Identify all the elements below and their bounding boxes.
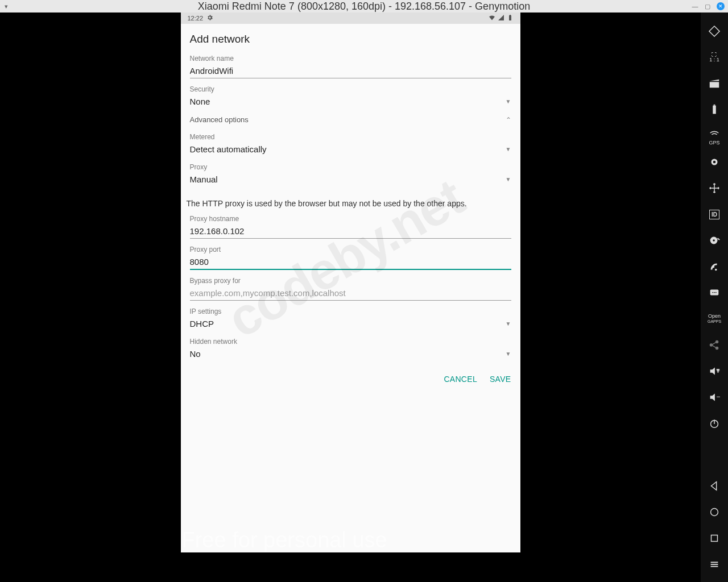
ip-settings-select[interactable]: DHCP ▼ <box>190 315 511 331</box>
proxy-select[interactable]: Manual ▼ <box>190 171 511 186</box>
camera-icon[interactable] <box>701 149 728 175</box>
scale-button[interactable]: ⛶1 : 1 <box>701 44 728 70</box>
security-value: None <box>190 97 210 106</box>
chevron-up-icon: ⌃ <box>506 116 511 124</box>
svg-point-4 <box>713 161 716 164</box>
move-icon[interactable] <box>701 175 728 201</box>
nav-home-icon[interactable] <box>701 499 728 525</box>
hidden-network-label: Hidden network <box>190 338 511 346</box>
svg-point-10 <box>715 292 717 293</box>
svg-point-17 <box>711 509 718 516</box>
ip-settings-value: DHCP <box>190 319 214 329</box>
status-bar: 12:22 <box>181 13 520 24</box>
proxy-info-text: The HTTP proxy is used by the browser bu… <box>187 199 511 208</box>
proxy-label: Proxy <box>190 163 511 171</box>
svg-rect-1 <box>713 106 716 114</box>
hidden-network-value: No <box>190 349 201 359</box>
page-title: Add network <box>190 30 511 48</box>
titlebar-menu-dropdown[interactable]: ▾ <box>5 3 8 10</box>
volume-down-icon[interactable]: − <box>701 384 728 410</box>
status-time: 12:22 <box>188 15 204 22</box>
nav-menu-icon[interactable] <box>701 551 728 577</box>
rotate-icon[interactable] <box>701 18 728 44</box>
volume-up-icon[interactable]: + <box>701 358 728 384</box>
svg-point-12 <box>716 340 718 343</box>
bypass-input[interactable] <box>190 285 511 301</box>
svg-rect-2 <box>714 105 715 106</box>
settings-icon <box>206 14 213 22</box>
nav-recent-icon[interactable] <box>701 525 728 551</box>
battery-tool-icon[interactable] <box>701 97 728 123</box>
hidden-network-select[interactable]: No ▼ <box>190 346 511 361</box>
network-icon[interactable] <box>701 253 728 280</box>
save-button[interactable]: SAVE <box>490 375 511 384</box>
clapper-icon[interactable] <box>701 70 728 97</box>
proxy-value: Manual <box>190 174 218 184</box>
svg-text:+: + <box>717 368 720 374</box>
signal-icon <box>498 14 504 22</box>
svg-point-13 <box>716 347 718 349</box>
bypass-label: Bypass proxy for <box>190 277 511 285</box>
cancel-button[interactable]: CANCEL <box>444 375 477 384</box>
svg-rect-20 <box>711 564 718 565</box>
disk-icon[interactable] <box>701 227 728 253</box>
security-label: Security <box>190 85 511 93</box>
advanced-options-toggle[interactable]: Advanced options ⌃ <box>190 109 511 126</box>
proxy-host-input[interactable] <box>190 223 511 239</box>
proxy-port-input[interactable] <box>190 253 511 270</box>
svg-text:−: − <box>717 393 721 401</box>
window-controls: — ▢ ✕ <box>692 2 725 10</box>
device-area: 12:22 Add network Network name Security … <box>0 13 701 582</box>
chevron-down-icon: ▼ <box>506 146 511 152</box>
genymotion-toolbar: ⛶1 : 1 GPS ID OpenGAPPS + − <box>701 13 728 582</box>
wifi-icon <box>489 14 495 22</box>
titlebar: ▾ Xiaomi Redmi Note 7 (800x1280, 160dpi)… <box>0 0 728 13</box>
chevron-down-icon: ▼ <box>506 321 511 327</box>
maximize-button[interactable]: ▢ <box>704 3 711 10</box>
dialog-actions: CANCEL SAVE <box>190 361 511 390</box>
chevron-down-icon: ▼ <box>506 176 511 182</box>
metered-value: Detect automatically <box>190 144 267 154</box>
metered-label: Metered <box>190 133 511 141</box>
gps-tool-icon[interactable]: GPS <box>701 123 728 149</box>
id-tool-icon[interactable]: ID <box>701 201 728 227</box>
chevron-down-icon: ▼ <box>506 351 511 357</box>
battery-icon <box>507 14 514 22</box>
add-network-form: Add network Network name Security None ▼… <box>181 24 520 390</box>
svg-point-8 <box>712 292 713 293</box>
svg-rect-21 <box>711 566 718 567</box>
nav-back-icon[interactable] <box>701 473 728 499</box>
share-icon[interactable] <box>701 332 728 358</box>
opengapps-icon[interactable]: OpenGAPPS <box>701 306 728 332</box>
svg-rect-0 <box>709 26 719 36</box>
svg-point-11 <box>710 344 712 346</box>
svg-rect-18 <box>712 535 718 542</box>
close-button[interactable]: ✕ <box>717 2 725 10</box>
svg-rect-19 <box>711 562 718 563</box>
watermark-bottom: Free for personal use <box>181 528 520 552</box>
power-icon[interactable] <box>701 410 728 436</box>
device-screen: 12:22 Add network Network name Security … <box>181 13 520 552</box>
network-name-label: Network name <box>190 55 511 63</box>
proxy-host-label: Proxy hostname <box>190 215 511 223</box>
ip-settings-label: IP settings <box>190 307 511 315</box>
minimize-button[interactable]: — <box>692 3 698 10</box>
proxy-port-label: Proxy port <box>190 246 511 253</box>
svg-point-9 <box>714 292 715 293</box>
chevron-down-icon: ▼ <box>506 98 511 105</box>
network-name-input[interactable] <box>190 63 511 78</box>
svg-point-6 <box>713 239 715 242</box>
security-select[interactable]: None ▼ <box>190 93 511 109</box>
window-title: Xiaomi Redmi Note 7 (800x1280, 160dpi) -… <box>198 1 530 13</box>
advanced-options-label: Advanced options <box>190 115 249 124</box>
metered-select[interactable]: Detect automatically ▼ <box>190 141 511 156</box>
sms-icon[interactable] <box>701 280 728 306</box>
